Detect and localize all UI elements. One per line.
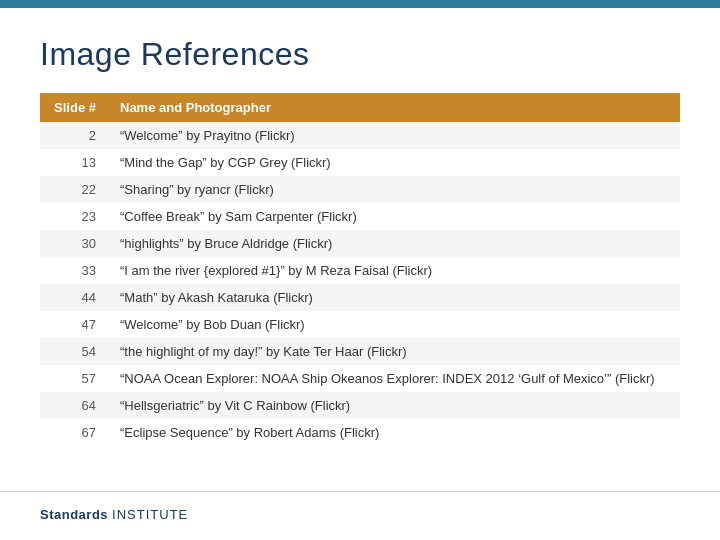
table-row: 57“NOAA Ocean Explorer: NOAA Ship Okeano… [40,365,680,392]
cell-name: “Math” by Akash Kataruka (Flickr) [110,284,680,311]
cell-name: “Welcome” by Prayitno (Flickr) [110,122,680,149]
cell-name: “Hellsgeriatric” by Vit C Rainbow (Flick… [110,392,680,419]
table-row: 13“Mind the Gap” by CGP Grey (Flickr) [40,149,680,176]
cell-name: “highlights” by Bruce Aldridge (Flickr) [110,230,680,257]
table-row: 2“Welcome” by Prayitno (Flickr) [40,122,680,149]
table-row: 22“Sharing” by ryancr (Flickr) [40,176,680,203]
table-row: 54“the highlight of my day!” by Kate Ter… [40,338,680,365]
table-row: 67“Eclipse Sequence” by Robert Adams (Fl… [40,419,680,446]
footer-brand-light: INSTITUTE [112,507,188,522]
cell-slide: 33 [40,257,110,284]
table-row: 47“Welcome” by Bob Duan (Flickr) [40,311,680,338]
cell-name: “the highlight of my day!” by Kate Ter H… [110,338,680,365]
table-header-row: Slide # Name and Photographer [40,93,680,122]
cell-slide: 57 [40,365,110,392]
bottom-divider [0,491,720,492]
cell-slide: 67 [40,419,110,446]
cell-name: “Welcome” by Bob Duan (Flickr) [110,311,680,338]
cell-slide: 54 [40,338,110,365]
cell-name: “I am the river {explored #1}” by M Reza… [110,257,680,284]
cell-slide: 2 [40,122,110,149]
footer: Standards INSTITUTE [40,507,188,522]
col-header-name: Name and Photographer [110,93,680,122]
col-header-slide: Slide # [40,93,110,122]
cell-name: “NOAA Ocean Explorer: NOAA Ship Okeanos … [110,365,680,392]
table-row: 44“Math” by Akash Kataruka (Flickr) [40,284,680,311]
cell-slide: 22 [40,176,110,203]
table-row: 23“Coffee Break” by Sam Carpenter (Flick… [40,203,680,230]
cell-name: “Mind the Gap” by CGP Grey (Flickr) [110,149,680,176]
cell-slide: 47 [40,311,110,338]
cell-slide: 23 [40,203,110,230]
cell-slide: 64 [40,392,110,419]
table-row: 30“highlights” by Bruce Aldridge (Flickr… [40,230,680,257]
cell-slide: 30 [40,230,110,257]
references-table: Slide # Name and Photographer 2“Welcome”… [40,93,680,446]
cell-name: “Sharing” by ryancr (Flickr) [110,176,680,203]
cell-name: “Coffee Break” by Sam Carpenter (Flickr) [110,203,680,230]
cell-name: “Eclipse Sequence” by Robert Adams (Flic… [110,419,680,446]
table-row: 64“Hellsgeriatric” by Vit C Rainbow (Fli… [40,392,680,419]
footer-brand-bold: Standards [40,507,108,522]
top-bar [0,0,720,8]
cell-slide: 44 [40,284,110,311]
page-title: Image References [40,36,680,73]
table-row: 33“I am the river {explored #1}” by M Re… [40,257,680,284]
cell-slide: 13 [40,149,110,176]
